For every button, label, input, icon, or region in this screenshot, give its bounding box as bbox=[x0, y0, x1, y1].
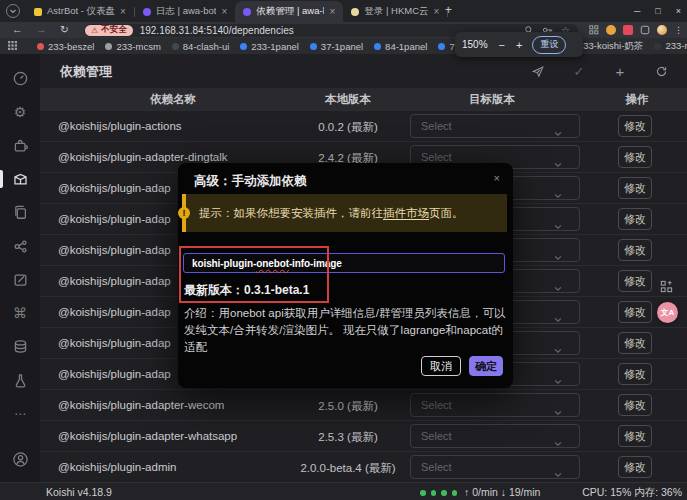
window-minimize-button[interactable]: ─ bbox=[634, 6, 640, 16]
target-version-select[interactable]: Select bbox=[410, 424, 580, 448]
bookmark-item[interactable]: 233-napcat-奶茶 bbox=[654, 40, 687, 53]
bookmark-label: 233-beszel bbox=[48, 41, 94, 52]
modify-button[interactable]: 修改 bbox=[618, 332, 652, 354]
target-version-select[interactable]: Select bbox=[410, 455, 580, 479]
sidebar-item-pages[interactable] bbox=[0, 196, 40, 230]
dependency-name-input[interactable]: koishi-plugin-onebot-info-image bbox=[183, 253, 505, 273]
modify-button[interactable]: 修改 bbox=[618, 270, 652, 292]
zoom-in-button[interactable]: + bbox=[516, 39, 522, 51]
bookmark-favicon bbox=[37, 43, 44, 50]
red-extension-icon[interactable] bbox=[623, 25, 633, 35]
launch-rocket-icon[interactable] bbox=[529, 62, 547, 80]
browser-menu-icon[interactable]: ⋮ bbox=[674, 25, 683, 35]
back-button[interactable]: ← bbox=[12, 23, 23, 35]
modify-button[interactable]: 修改 bbox=[618, 208, 652, 230]
browser-tab[interactable]: 依赖管理 | awa-bot× bbox=[235, 1, 343, 22]
plugin-description: 介绍：用onebot api获取用户详细信息/群管理员列表信息，可以发纯文本/合… bbox=[184, 305, 507, 356]
bookmark-item[interactable]: 37-1panel bbox=[310, 41, 363, 52]
security-chip[interactable]: ⚠ 不安全 bbox=[85, 25, 133, 37]
sidebar-item-dependencies[interactable] bbox=[0, 163, 40, 197]
avatar-extension-icon[interactable] bbox=[606, 25, 616, 35]
modify-button[interactable]: 修改 bbox=[618, 115, 652, 137]
warning-triangle-icon: ⚠ bbox=[91, 26, 98, 35]
page-header: 依赖管理 ✓ + bbox=[40, 54, 687, 88]
browser-tab[interactable]: AstrBot - 仪表盘× bbox=[26, 1, 134, 22]
bookmark-item[interactable]: 233-1panel bbox=[240, 41, 299, 52]
profile-avatar[interactable] bbox=[657, 25, 667, 35]
add-dependency-icon[interactable]: + bbox=[611, 62, 629, 80]
modify-button[interactable]: 修改 bbox=[618, 301, 652, 323]
zoom-bubble: 150% − + 重设 bbox=[455, 32, 583, 57]
reload-button[interactable]: ↻ bbox=[60, 23, 69, 35]
sidebar-item-settings[interactable]: ⚙ bbox=[0, 96, 40, 130]
sidebar-item-more[interactable]: ⋯ bbox=[0, 397, 40, 431]
plugins-icon bbox=[12, 137, 29, 154]
window-maximize-button[interactable]: □ bbox=[655, 6, 660, 16]
bookmark-item[interactable]: 233-mcsm bbox=[105, 41, 160, 52]
koishi-version-label: Koishi v4.18.9 bbox=[46, 486, 112, 498]
tab-group-grid-icon[interactable] bbox=[660, 279, 673, 297]
modal-close-icon[interactable]: × bbox=[494, 172, 500, 184]
translate-fab-button[interactable]: 文A bbox=[657, 302, 678, 323]
zoom-out-button[interactable]: − bbox=[499, 39, 505, 51]
tab-close-icon[interactable]: × bbox=[221, 7, 227, 17]
cancel-button[interactable]: 取消 bbox=[421, 356, 461, 376]
tab-title: AstrBot - 仪表盘 bbox=[47, 5, 115, 18]
refresh-icon[interactable] bbox=[652, 62, 670, 80]
apply-check-icon[interactable]: ✓ bbox=[570, 62, 588, 80]
commands-icon: ⌘ bbox=[13, 306, 27, 320]
modify-button[interactable]: 修改 bbox=[618, 456, 652, 478]
sidebar-item-database[interactable] bbox=[0, 330, 40, 364]
tab-close-icon[interactable]: × bbox=[120, 7, 126, 17]
url-text[interactable]: 192.168.31.84:5140/dependencies bbox=[140, 25, 294, 36]
bookmark-item[interactable]: 84-clash-ui bbox=[172, 41, 229, 52]
modify-button[interactable]: 修改 bbox=[618, 363, 652, 385]
dependency-name: @koishijs/plugin-adap bbox=[58, 306, 171, 318]
tab-strip: AstrBot - 仪表盘×日志 | awa-bot×依赖管理 | awa-bo… bbox=[0, 0, 687, 22]
select-placeholder: Select bbox=[421, 430, 452, 442]
sidebar-item-experiment[interactable] bbox=[0, 364, 40, 398]
column-header-name: 依赖名称 bbox=[150, 92, 196, 107]
market-link[interactable]: 插件市场 bbox=[383, 207, 429, 219]
browser-tab[interactable]: 日志 | awa-bot× bbox=[135, 1, 235, 22]
local-version: 0.0.2 (最新) bbox=[298, 111, 398, 142]
browser-window: AstrBot - 仪表盘×日志 | awa-bot×依赖管理 | awa-bo… bbox=[0, 0, 687, 500]
modify-button[interactable]: 修改 bbox=[618, 425, 652, 447]
apps-grid-icon[interactable] bbox=[8, 41, 17, 52]
target-version-select[interactable]: Select bbox=[410, 393, 580, 417]
bookmarks-bar: 233-beszel233-mcsm84-clash-ui233-1panel3… bbox=[0, 38, 687, 54]
browser-tab[interactable]: 登录 | HKMC云× bbox=[343, 1, 447, 22]
health-dot bbox=[420, 490, 426, 496]
forward-button[interactable]: → bbox=[36, 23, 47, 35]
tab-close-icon[interactable]: × bbox=[329, 7, 335, 17]
user-icon[interactable] bbox=[0, 451, 40, 468]
extensions-grid-icon[interactable] bbox=[589, 25, 599, 35]
dependency-name: @koishijs/plugin-adapter-dingtalk bbox=[58, 151, 228, 163]
window-close-button[interactable]: × bbox=[676, 6, 681, 16]
tab-extension-icon[interactable] bbox=[640, 25, 650, 35]
sidebar-item-plugins[interactable] bbox=[0, 129, 40, 163]
modal-title: 高级：手动添加依赖 bbox=[194, 173, 307, 190]
target-version-select[interactable]: Select bbox=[410, 114, 580, 138]
column-header-actions: 操作 bbox=[626, 92, 649, 107]
tab-close-icon[interactable]: × bbox=[434, 7, 440, 17]
tab-title: 依赖管理 | awa-bot bbox=[256, 5, 324, 18]
confirm-button[interactable]: 确定 bbox=[469, 356, 503, 376]
zoom-reset-button[interactable]: 重设 bbox=[532, 36, 566, 54]
modify-button[interactable]: 修改 bbox=[618, 146, 652, 168]
experiment-icon bbox=[12, 372, 29, 389]
modify-button[interactable]: 修改 bbox=[618, 394, 652, 416]
new-tab-button[interactable]: + bbox=[445, 3, 452, 17]
modify-button[interactable]: 修改 bbox=[618, 177, 652, 199]
tab-search-caret-icon[interactable] bbox=[6, 4, 20, 18]
bookmark-favicon bbox=[240, 43, 247, 50]
bookmark-item[interactable]: 84-1panel bbox=[374, 41, 427, 52]
dependency-name: @koishijs/plugin-adapter-wecom bbox=[58, 399, 224, 411]
sidebar-item-network[interactable] bbox=[0, 230, 40, 264]
sidebar-item-sandbox[interactable] bbox=[0, 263, 40, 297]
modify-button[interactable]: 修改 bbox=[618, 239, 652, 261]
health-dot bbox=[441, 490, 447, 496]
sidebar-item-commands[interactable]: ⌘ bbox=[0, 297, 40, 331]
sidebar-item-dashboard[interactable] bbox=[0, 62, 40, 96]
bookmark-item[interactable]: 233-beszel bbox=[37, 41, 94, 52]
